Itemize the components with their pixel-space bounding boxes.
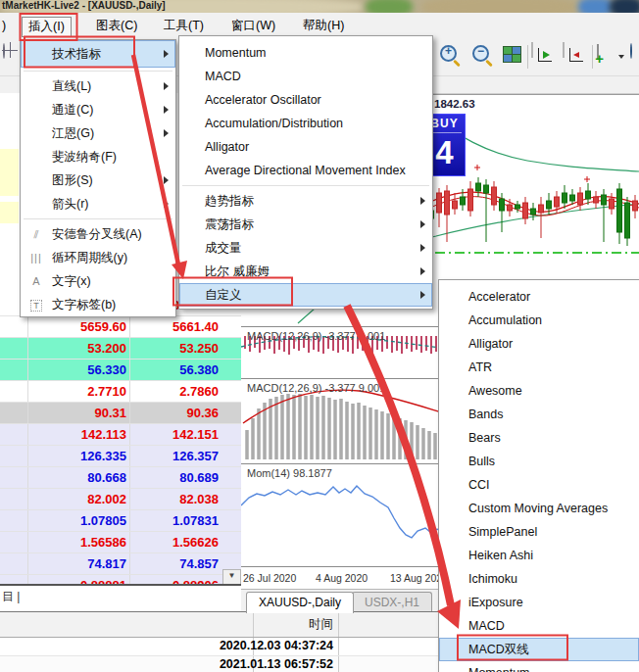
menubar-item-help[interactable]: 帮助(H): [297, 17, 350, 35]
chevron-down-icon[interactable]: [618, 55, 624, 59]
market-watch-row[interactable]: 56.330 56.380: [0, 360, 241, 381]
menu-item-simplepanel[interactable]: SimplePanel: [439, 520, 639, 544]
market-watch-row[interactable]: 2.7710 2.7860: [0, 381, 241, 403]
menu-item-iexposure[interactable]: iExposure: [439, 591, 639, 614]
scroll-down-arrow[interactable]: ▼: [222, 569, 241, 585]
menu-item-label: 图形(S): [52, 172, 93, 189]
zoom-in-icon[interactable]: +: [440, 45, 457, 62]
menu-item-label: Accelerator Oscillator: [205, 93, 321, 107]
new-template-icon[interactable]: +: [597, 45, 599, 59]
menu-item-custom[interactable]: 自定义: [179, 283, 432, 307]
menu-item-bands[interactable]: Bands: [439, 403, 639, 426]
green-candles: [429, 177, 630, 246]
chart-shift-icon[interactable]: [531, 42, 533, 58]
menu-item-lines[interactable]: 直线(L): [21, 74, 175, 98]
menu-item-alligator[interactable]: Alligator: [179, 135, 432, 159]
bid-cell: 1.07805: [28, 510, 130, 531]
ask-cell: 1.56626: [130, 532, 221, 552]
menu-item-accelerator[interactable]: Accelerator: [439, 285, 639, 309]
menu-item-label: Custom Moving Averages: [468, 502, 608, 515]
bid-cell: 80.668: [28, 467, 130, 488]
column-border: [338, 612, 339, 637]
menu-item-bill-williams[interactable]: 比尔 威廉姆: [179, 260, 432, 283]
menu-item-accumulation-distribution[interactable]: Accumulation/Distribution: [179, 112, 432, 135]
menu-item-custom-moving-averages[interactable]: Custom Moving Averages: [439, 497, 639, 520]
menu-item-channels[interactable]: 通道(C): [21, 98, 175, 121]
menu-item-label: 直线(L): [52, 78, 91, 95]
menu-item-andrews-pitchfork[interactable]: ⫽安德鲁分叉线(A): [21, 222, 175, 246]
wallpaper-blob: [578, 0, 614, 13]
menu-item-alligator-custom[interactable]: Alligator: [439, 332, 639, 356]
menu-item-bulls[interactable]: Bulls: [439, 450, 639, 473]
menu-item-label: Momentum: [205, 46, 267, 60]
menu-item-label: Accumulation/Distribution: [205, 117, 343, 130]
market-watch-row[interactable]: 90.31 90.36: [0, 403, 241, 424]
status-bar-fragment: 目 |: [2, 589, 20, 605]
indicator-label-macd-1: MACD(12,26,9) -3.377 9.001: [247, 330, 385, 342]
menu-item-volumes[interactable]: 成交量: [179, 236, 432, 260]
menu-item-accelerator-oscillator[interactable]: Accelerator Oscillator: [179, 88, 432, 112]
menu-item-macd[interactable]: MACD: [179, 65, 432, 88]
globe-icon[interactable]: [630, 44, 632, 58]
menu-item-label: 斐波纳奇(F): [52, 149, 117, 166]
submenu-arrow-icon: [164, 129, 169, 137]
menu-item-bears[interactable]: Bears: [439, 426, 639, 450]
menu-item-text-label[interactable]: T文字标签(b): [21, 293, 175, 316]
menubar-item-charts[interactable]: 图表(C): [90, 17, 143, 35]
price-label: 1842.63: [434, 98, 475, 110]
crosshair-icon[interactable]: [3, 43, 5, 59]
menu-item-text[interactable]: A文字(x): [21, 269, 175, 293]
menu-item-shapes[interactable]: 图形(S): [21, 168, 175, 192]
menu-item-gann[interactable]: 江恩(G): [21, 121, 175, 145]
ask-cell: 53.250: [130, 338, 221, 359]
symbol-cell: [0, 553, 28, 574]
menu-item-accumulation[interactable]: Accumulation: [439, 309, 639, 332]
menu-item-arrows[interactable]: 箭头(r): [21, 192, 175, 216]
tab-xauusd-daily[interactable]: XAUUSD-,Daily: [246, 592, 354, 613]
market-watch-row[interactable]: 1.56586 1.56626: [0, 532, 241, 553]
market-watch-row[interactable]: 74.817 74.857: [0, 553, 241, 575]
menu-item-label: 通道(C): [52, 102, 93, 119]
menu-item-trend-indicators[interactable]: 趋势指标: [179, 189, 432, 213]
tab-usdx-h1[interactable]: USDX-,H1: [352, 592, 432, 613]
menu-item-ichimoku[interactable]: Ichimoku: [439, 567, 639, 591]
menu-item-adx[interactable]: Average Directional Movement Index: [179, 159, 432, 182]
market-watch-row[interactable]: 1.07805 1.07831: [0, 510, 241, 532]
wallpaper-blob: [366, 0, 413, 13]
market-watch-row[interactable]: 142.113 142.151: [0, 424, 241, 446]
market-watch-row[interactable]: 82.002 82.038: [0, 489, 241, 510]
market-watch-row[interactable]: 5659.60 5661.40: [0, 316, 241, 338]
market-watch-row[interactable]: 126.335 126.357: [0, 446, 241, 467]
menu-item-macd-custom[interactable]: MACD: [439, 614, 639, 638]
menu-item-technical-indicators[interactable]: 技术指标: [21, 40, 175, 68]
menu-item-atr[interactable]: ATR: [439, 356, 639, 379]
menu-item-awesome[interactable]: Awesome: [439, 379, 639, 403]
menu-item-label: 江恩(G): [52, 125, 94, 142]
symbol-cell: [0, 532, 28, 552]
menu-item-label: 震荡指标: [205, 216, 254, 233]
menu-item-label: 文字标签(b): [52, 297, 116, 313]
time-value: 2021.01.13 06:57:52: [157, 657, 333, 671]
ask-cell: 126.357: [130, 446, 221, 466]
menu-item-macd-dual-line[interactable]: MACD双线: [439, 638, 639, 661]
menubar-item-tools[interactable]: 工具(T): [158, 17, 210, 35]
chart-auto-scroll-icon[interactable]: [563, 42, 565, 58]
menu-item-label: Ichimoku: [468, 572, 517, 586]
column-border: [338, 656, 339, 672]
market-watch-row[interactable]: 53.200 53.250: [0, 338, 241, 360]
menu-item-heiken-ashi[interactable]: Heiken Ashi: [439, 544, 639, 567]
menu-item-fibonacci[interactable]: 斐波纳奇(F): [21, 145, 175, 168]
menu-item-oscillators[interactable]: 震荡指标: [179, 213, 432, 236]
menu-item-cycle-lines[interactable]: |||循环周期线(y): [21, 246, 175, 269]
time-value: 2020.12.03 04:37:24: [157, 639, 333, 652]
menubar-item-window[interactable]: 窗口(W): [225, 17, 281, 35]
menu-item-momentum[interactable]: Momentum: [179, 41, 432, 65]
market-watch-row[interactable]: 80.668 80.689: [0, 467, 241, 489]
menu-item-label: MACD: [468, 619, 505, 633]
menubar-item-insert[interactable]: 插入(I): [22, 17, 72, 37]
bid-cell: 142.113: [28, 424, 130, 445]
zoom-out-icon[interactable]: −: [472, 45, 489, 62]
menu-item-momentum-custom[interactable]: Momentum: [439, 661, 639, 672]
symbol-cell: [0, 360, 28, 380]
menu-item-cci[interactable]: CCI: [439, 473, 639, 497]
